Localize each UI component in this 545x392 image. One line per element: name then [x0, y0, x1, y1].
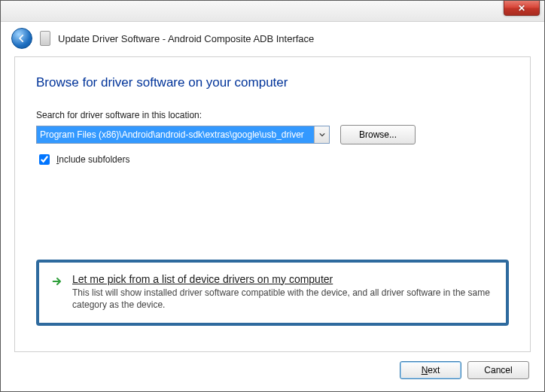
browse-button[interactable]: Browse... [340, 125, 416, 144]
next-button[interactable]: Next [400, 361, 461, 379]
page-heading: Browse for driver software on your compu… [36, 75, 509, 90]
footer-buttons: Next Cancel [1, 361, 544, 391]
include-subfolders-checkbox[interactable] [39, 154, 50, 165]
header: Update Driver Software - Android Composi… [1, 22, 544, 56]
close-button[interactable]: ✕ [504, 1, 540, 16]
path-combobox[interactable] [36, 126, 330, 144]
cancel-button[interactable]: Cancel [467, 361, 529, 379]
content-area: Browse for driver software on your compu… [14, 56, 531, 352]
option-text: Let me pick from a list of device driver… [72, 273, 494, 311]
path-dropdown-arrow[interactable] [314, 126, 329, 143]
device-icon [40, 31, 50, 46]
path-row: Browse... [36, 125, 509, 144]
titlebar: ✕ [1, 1, 544, 22]
path-input[interactable] [37, 126, 314, 143]
include-subfolders-row[interactable]: Include subfolders [36, 152, 509, 167]
chevron-down-icon [319, 132, 325, 138]
window-title: Update Driver Software - Android Composi… [58, 33, 314, 44]
dialog-window: ✕ Update Driver Software - Android Compo… [0, 0, 545, 392]
pick-from-list-option[interactable]: Let me pick from a list of device driver… [36, 260, 509, 326]
search-location-label: Search for driver software in this locat… [36, 110, 509, 120]
include-subfolders-label: Include subfolders [56, 154, 129, 165]
back-arrow-icon [17, 33, 27, 44]
close-icon: ✕ [518, 4, 525, 13]
option-title: Let me pick from a list of device driver… [72, 273, 494, 285]
arrow-right-icon [51, 275, 63, 287]
back-button[interactable] [11, 28, 32, 49]
option-description: This list will show installed driver sof… [72, 287, 494, 311]
